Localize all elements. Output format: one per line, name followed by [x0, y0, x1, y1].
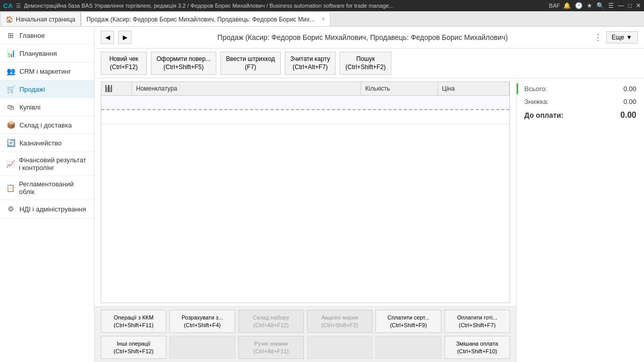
discount-label: Знижка:: [524, 98, 549, 105]
mixed-payment-button[interactable]: Змішана оплата(Ctrl+Shift+F10): [445, 336, 510, 359]
main-layout: ⊞ Главное 📊 Планування 👥 CRM і маркетинг…: [0, 27, 644, 362]
total-label: Всього:: [524, 85, 547, 93]
process-return-button[interactable]: Оформити повер... (Ctrl+Shift+F5): [151, 52, 216, 75]
sidebar-item-planning[interactable]: 📊 Планування: [0, 45, 94, 62]
read-card-button[interactable]: Зчитати карту (Ctrl+Alt+F7): [285, 52, 336, 75]
tab-bar: 🏠 Начальная страница Продаж (Касир: Федо…: [0, 11, 644, 27]
maximize-icon[interactable]: □: [628, 2, 632, 9]
calculate-button[interactable]: Розрахувати з...(Ctrl+Shift+F4): [169, 310, 235, 333]
sidebar-item-treasury-label: Казначейство: [19, 139, 61, 147]
top-bar: CA ☰ Демонстраційна база BAS Управління …: [0, 0, 644, 11]
sidebar-item-treasury[interactable]: 🔄 Казначейство: [0, 134, 94, 152]
regulated-icon: 📋: [6, 183, 15, 193]
topay-value: 0.00: [620, 111, 636, 120]
sidebar-item-purchases[interactable]: 🛍 Купівлі: [0, 98, 94, 116]
history-icon[interactable]: 🕐: [575, 2, 583, 9]
crm-icon: 👥: [6, 67, 15, 76]
left-main: Номенклатура Кількість Ціна Операції з К: [95, 78, 516, 362]
star-icon[interactable]: ★: [587, 2, 592, 9]
set-composition-button: Склад набору(Ctrl+Alt+F12): [238, 310, 304, 333]
minimize-icon[interactable]: —: [618, 2, 624, 9]
sidebar-item-crm[interactable]: 👥 CRM і маркетинг: [0, 62, 94, 80]
topay-row: До оплати: 0.00: [524, 109, 636, 121]
purchases-icon: 🛍: [6, 102, 15, 112]
tab-home-label: Начальная страница: [16, 16, 75, 23]
sidebar-item-sales-label: Продажі: [19, 86, 45, 93]
sidebar-item-regulated-label: Регламентований облік: [19, 180, 88, 196]
tab-close-button[interactable]: ×: [322, 16, 325, 22]
total-value: 0.00: [624, 85, 636, 93]
pay-certificate-button[interactable]: Сплатити серт...(Ctrl+Shift+F9): [375, 310, 441, 333]
window-title: Демонстраційна база BAS Управління торгі…: [24, 3, 546, 9]
table-body[interactable]: [101, 96, 509, 303]
chevron-down-icon: ▼: [626, 34, 632, 41]
sidebar-item-ndi-label: НДІ і адміністрування: [19, 205, 86, 213]
toolbar: Новий чек (Ctrl+F12) Оформити повер... (…: [95, 49, 644, 78]
main-icon: ⊞: [6, 31, 15, 40]
col-barcode: [101, 82, 132, 95]
ndi-icon: ⚙: [6, 204, 15, 214]
discount-value: 0.00: [624, 98, 636, 105]
other-operations-button[interactable]: Інші операції(Ctrl+Shift+F12): [101, 336, 166, 359]
new-check-button[interactable]: Новий чек (Ctrl+F12): [101, 52, 147, 75]
warehouse-icon: 📦: [6, 120, 15, 130]
more-button[interactable]: Еще ▼: [606, 31, 638, 44]
treasury-icon: 🔄: [6, 138, 15, 147]
sidebar-item-finance-label: Фінансовий результат і контролінг: [19, 156, 88, 172]
close-icon[interactable]: ✕: [636, 2, 641, 9]
sidebar-item-purchases-label: Купівлі: [19, 103, 40, 111]
tab-document-label: Продаж (Касир: Федоров Борис Михайлович,…: [86, 16, 317, 23]
more-button-label: Еще: [612, 34, 624, 41]
empty-slot-3: [375, 336, 441, 359]
table-row[interactable]: [101, 110, 509, 124]
col-price: Ціна: [438, 82, 509, 95]
totals-panel: Всього: 0.00 Знижка: 0.00 До оплати: 0.0…: [516, 78, 644, 362]
sidebar-item-warehouse-label: Склад і доставка: [19, 121, 72, 129]
search-button[interactable]: Пошук (Ctrl+Shift+F2): [340, 52, 391, 75]
kkm-operations-button[interactable]: Операції з ККМ(Ctrl+Shift+F11): [101, 310, 166, 333]
nav-forward-button[interactable]: ▶: [118, 31, 131, 44]
sidebar-item-warehouse[interactable]: 📦 Склад і доставка: [0, 116, 94, 134]
tab-home[interactable]: 🏠 Начальная страница: [0, 12, 81, 26]
sidebar-item-ndi[interactable]: ⚙ НДІ і адміністрування: [0, 200, 94, 218]
bottom-buttons-area: Операції з ККМ(Ctrl+Shift+F11) Розрахува…: [95, 306, 516, 362]
sidebar-item-sales[interactable]: 🛒 Продажі: [0, 80, 94, 98]
tab-document[interactable]: Продаж (Касир: Федоров Борис Михайлович,…: [81, 12, 330, 26]
options-icon[interactable]: ⋮: [594, 33, 602, 42]
col-qty: Кількість: [361, 82, 438, 95]
settings-icon[interactable]: ☰: [608, 2, 614, 9]
bell-icon[interactable]: 🔔: [563, 2, 571, 9]
sidebar-item-main[interactable]: ⊞ Главное: [0, 27, 94, 45]
sales-icon: 🛒: [6, 84, 15, 94]
empty-slot-2: [307, 336, 372, 359]
sidebar: ⊞ Главное 📊 Планування 👥 CRM і маркетинг…: [0, 27, 95, 362]
planning-icon: 📊: [6, 49, 15, 58]
sidebar-item-main-label: Главное: [19, 32, 45, 39]
items-table: Номенклатура Кількість Ціна: [101, 81, 510, 303]
enter-barcode-button[interactable]: Ввести штрихкод (F7): [220, 52, 281, 75]
sidebar-item-crm-label: CRM і маркетинг: [19, 68, 71, 75]
col-name: Номенклатура: [132, 82, 361, 95]
document-title: Продаж (Касир: Федоров Борис Михайлович,…: [136, 33, 590, 41]
main-body: Номенклатура Кількість Ціна Операції з К: [95, 78, 644, 362]
content-area: ◀ ▶ Продаж (Касир: Федоров Борис Михайло…: [95, 27, 644, 362]
finance-icon: 📈: [6, 159, 15, 168]
table-row[interactable]: [101, 96, 509, 110]
barcode-icon: [105, 85, 112, 92]
nav-back-button[interactable]: ◀: [101, 31, 114, 44]
sidebar-item-planning-label: Планування: [19, 50, 57, 57]
app-name-badge: BAF: [549, 3, 560, 9]
total-row: Всього: 0.00: [524, 83, 636, 94]
home-icon: 🏠: [6, 16, 13, 23]
sidebar-item-regulated[interactable]: 📋 Регламентований облік: [0, 176, 94, 200]
top-bar-icons: 🔔 🕐 ★ 🔍 ☰ — □ ✕: [563, 2, 641, 9]
hamburger-icon[interactable]: ☰: [16, 3, 21, 9]
pay-cash-button[interactable]: Оплатити готі...(Ctrl+Shift+F7): [445, 310, 510, 333]
excise-marks-button: Акцизні марки(Ctrl+Shift+F2): [307, 310, 372, 333]
search-icon[interactable]: 🔍: [596, 2, 604, 9]
empty-slot-1: [169, 336, 235, 359]
topay-label: До оплати:: [524, 111, 563, 119]
app-logo: CA: [3, 2, 13, 10]
sidebar-item-finance[interactable]: 📈 Фінансовий результат і контролінг: [0, 152, 94, 176]
document-header: ◀ ▶ Продаж (Касир: Федоров Борис Михайло…: [95, 27, 644, 49]
